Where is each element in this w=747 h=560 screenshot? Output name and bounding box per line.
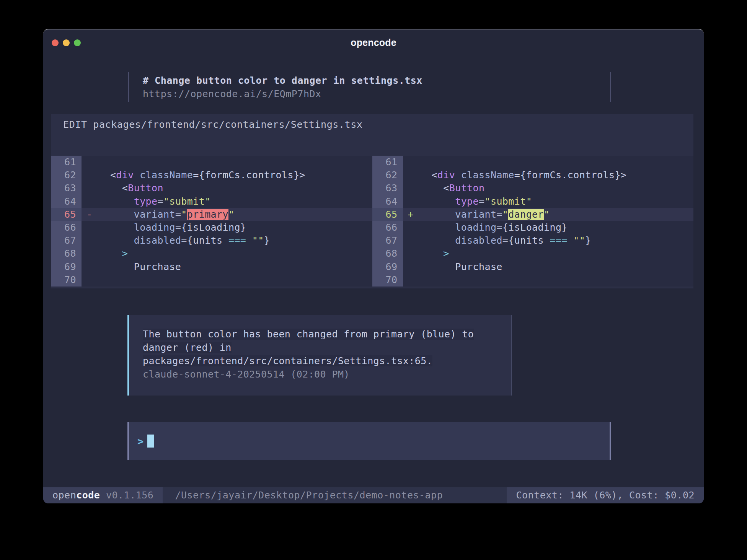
line-number: 64 [51,195,82,208]
line-number: 63 [372,182,403,195]
titlebar: opencode [43,29,704,53]
diff-sign [403,195,420,208]
diff-row: 66 loading={isLoading} [51,221,372,234]
diff-row: 69 Purchase [51,260,372,273]
code-line: Purchase [98,260,372,273]
code-line [420,273,694,287]
message-line: The button color has been changed from p… [143,327,511,341]
diff-row: 66 loading={isLoading} [372,221,694,234]
chat-input[interactable]: > [127,422,611,460]
app-version-chip: opencode v0.1.156 [43,487,163,503]
diff-row: 68 > [372,247,694,260]
working-directory: /Users/jayair/Desktop/Projects/demo-note… [163,487,507,503]
code-line [420,156,694,169]
diff-view: 6162 <div className={formCs.controls}>63… [51,156,693,287]
diff-sign [82,234,98,247]
message-line: packages/frontend/src/containers/Setting… [143,354,511,368]
line-number: 64 [372,195,403,208]
user-prompt-block: # Change button color to danger in setti… [128,72,611,102]
edit-action-label: EDIT [63,119,93,130]
code-line: type="submit" [98,195,372,208]
line-number: 70 [372,273,403,287]
line-number: 66 [372,221,403,234]
diff-right-pane: 6162 <div className={formCs.controls}>63… [372,156,694,287]
diff-row: 69 Purchase [372,260,694,273]
line-number: 66 [51,221,82,234]
diff-sign [403,221,420,234]
code-line: > [420,247,694,260]
edit-header: EDIT packages/frontend/src/containers/Se… [51,114,693,131]
diff-row: 63 <Button [372,182,694,195]
line-number: 69 [372,260,403,273]
input-prompt-glyph: > [137,435,144,447]
edit-tool-panel: EDIT packages/frontend/src/containers/Se… [51,114,693,288]
code-line: <Button [420,182,694,195]
edit-file-path: packages/frontend/src/containers/Setting… [93,119,362,130]
line-number: 65 [372,208,403,221]
code-line: > [98,247,372,260]
diff-sign [403,260,420,273]
line-number: 62 [372,169,403,182]
line-number: 61 [51,156,82,169]
diff-row: 61 [372,156,694,169]
context-stats: Context: 14K (6%), Cost: $0.02 [507,487,704,503]
diff-sign [82,221,98,234]
diff-sign [82,260,98,273]
diff-row: 67 disabled={units === ""} [372,234,694,247]
line-number: 69 [51,260,82,273]
text-cursor [147,435,154,448]
code-line: <Button [98,182,372,195]
code-line: variant="danger" [420,208,694,221]
message-lines: The button color has been changed from p… [143,327,511,368]
line-number: 68 [372,247,403,260]
code-line: disabled={units === ""} [98,234,372,247]
diff-row: 61 [51,156,372,169]
code-line [98,273,372,287]
line-number: 62 [51,169,82,182]
diff-sign [403,169,420,182]
diff-sign [82,247,98,260]
line-number: 65 [51,208,82,221]
app-name-code: code [76,490,100,501]
message-meta: claude-sonnet-4-20250514 (02:00 PM) [143,368,511,381]
diff-sign [403,234,420,247]
diff-row: 64 type="submit" [372,195,694,208]
code-line [98,156,372,169]
code-line: type="submit" [420,195,694,208]
diff-sign [82,182,98,195]
code-line: variant="primary" [98,208,372,221]
diff-sign [403,273,420,287]
diff-sign: + [403,208,420,221]
diff-row: 63 <Button [51,182,372,195]
share-url[interactable]: https://opencode.ai/s/EQmP7hDx [143,87,610,101]
diff-sign [82,273,98,287]
prompt-title: # Change button color to danger in setti… [143,74,610,87]
diff-row: 65+ variant="danger" [372,208,694,221]
diff-sign [403,247,420,260]
line-number: 68 [51,247,82,260]
diff-row: 62 <div className={formCs.controls}> [51,169,372,182]
code-line: <div className={formCs.controls}> [98,169,372,182]
code-line: loading={isLoading} [420,221,694,234]
diff-row: 65- variant="primary" [51,208,372,221]
diff-sign [403,156,420,169]
diff-sign [403,182,420,195]
line-number: 67 [372,234,403,247]
diff-sign [82,156,98,169]
line-number: 70 [51,273,82,287]
line-number: 63 [51,182,82,195]
diff-row: 68 > [51,247,372,260]
diff-row: 67 disabled={units === ""} [51,234,372,247]
diff-row: 70 [51,273,372,287]
code-line: loading={isLoading} [98,221,372,234]
diff-row: 64 type="submit" [51,195,372,208]
app-window: opencode # Change button color to danger… [43,29,704,503]
diff-row: 62 <div className={formCs.controls}> [372,169,694,182]
diff-row: 70 [372,273,694,287]
line-number: 61 [372,156,403,169]
diff-sign [82,195,98,208]
code-line: Purchase [420,260,694,273]
diff-sign: - [82,208,98,221]
assistant-message-block: The button color has been changed from p… [127,315,512,396]
message-line: danger (red) in [143,341,511,354]
